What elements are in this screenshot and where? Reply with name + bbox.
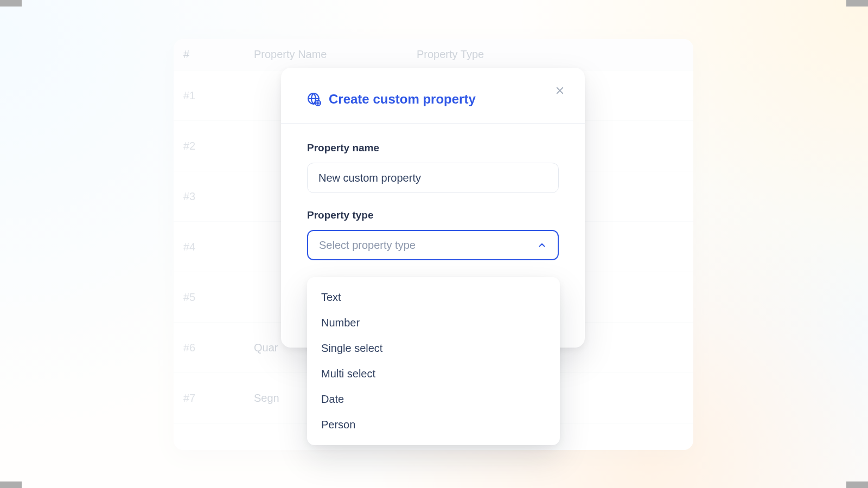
property-type-dropdown: Text Number Single select Multi select D… (307, 277, 560, 445)
type-option-person[interactable]: Person (307, 412, 560, 438)
modal-body: Property name Property type Select prope… (281, 124, 585, 260)
globe-plus-icon (307, 92, 321, 106)
type-option-single-select[interactable]: Single select (307, 336, 560, 361)
type-option-multi-select[interactable]: Multi select (307, 361, 560, 387)
property-name-input[interactable] (307, 163, 559, 193)
close-button[interactable] (552, 83, 567, 98)
type-option-text[interactable]: Text (307, 285, 560, 310)
chevron-up-icon (537, 240, 547, 250)
property-type-field: Property type Select property type (307, 209, 559, 260)
type-option-date[interactable]: Date (307, 387, 560, 412)
close-icon (556, 86, 564, 95)
modal-title: Create custom property (329, 92, 476, 107)
property-type-select[interactable]: Select property type (307, 230, 559, 260)
modal-header: Create custom property (281, 68, 585, 124)
property-name-label: Property name (307, 142, 559, 154)
property-name-field: Property name (307, 142, 559, 193)
type-option-number[interactable]: Number (307, 310, 560, 336)
property-type-placeholder: Select property type (319, 239, 416, 252)
property-type-label: Property type (307, 209, 559, 221)
